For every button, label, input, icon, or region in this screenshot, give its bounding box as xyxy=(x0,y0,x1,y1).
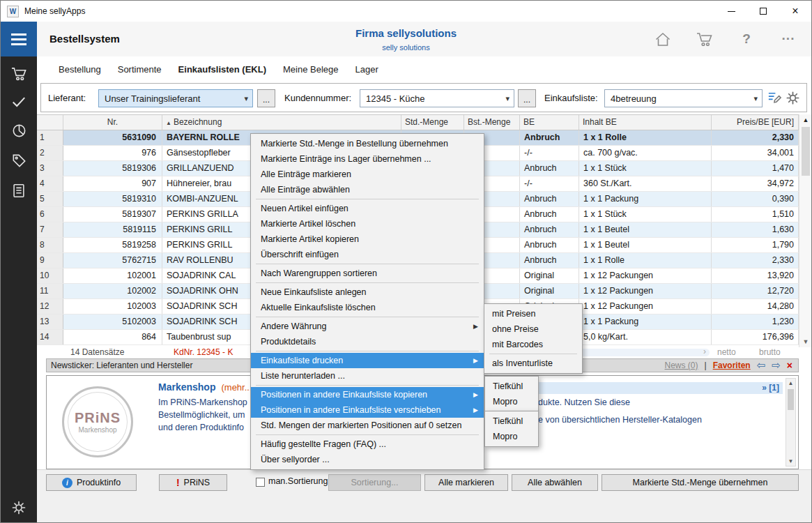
table-header: Nr. ▲Bezeichnung Std.-Menge Bst.-Menge B… xyxy=(37,114,799,130)
newsticker-title: Newsticker: Lieferanten und Hersteller xyxy=(51,361,192,370)
sidebar-checklist-icon[interactable] xyxy=(11,96,26,109)
sidebar-price-tag-icon[interactable] xyxy=(11,153,27,169)
submenu-item[interactable]: Mopro xyxy=(485,429,538,444)
context-menu-item[interactable]: Produktdetails ▶ xyxy=(251,334,484,349)
list-settings-gear-icon[interactable] xyxy=(785,90,801,106)
context-menu-item[interactable]: Neuen Artikel einfügen ▶ xyxy=(251,201,484,216)
tab[interactable]: Meine Belege xyxy=(283,64,339,75)
tab[interactable]: Lager xyxy=(355,64,378,75)
context-menu-item[interactable]: Markierte Artikel löschen ▶ xyxy=(251,216,484,232)
scroll-up-icon[interactable]: ▲ xyxy=(786,379,795,388)
window-title: Meine sellyApps xyxy=(24,6,85,16)
tab[interactable]: Bestellung xyxy=(59,64,101,75)
news-selected-row[interactable]: » [1] xyxy=(535,382,783,394)
scroll-down-icon[interactable]: ▼ xyxy=(786,457,795,466)
help-icon[interactable]: ? xyxy=(736,29,757,50)
context-menu-item[interactable]: Neue Einkaufsliste anlegen ▶ xyxy=(251,285,484,300)
minimize-button[interactable] xyxy=(715,1,747,22)
scroll-down-icon[interactable]: ▼ xyxy=(799,336,812,347)
context-menu-item[interactable]: Markierte Einträge ins Lager übernehmen … xyxy=(251,151,484,167)
submenu-item[interactable]: Tiefkühl xyxy=(485,414,538,429)
header-bezeichnung[interactable]: ▲Bezeichnung xyxy=(162,115,401,130)
cell-preis: 2,330 xyxy=(712,130,799,145)
cart-icon[interactable] xyxy=(694,29,715,50)
context-menu-item[interactable]: Aktuelle Einkaufsliste löschen ▶ xyxy=(251,300,484,315)
menu-item-label: Überschrift einfügen xyxy=(261,250,468,259)
tab[interactable]: Einkaufslisten (EKL) xyxy=(178,64,266,75)
news-scrollbar[interactable]: ▲ ▼ xyxy=(786,378,796,467)
header-preis[interactable]: Preis/BE [EUR] xyxy=(712,115,799,130)
header-std-menge[interactable]: Std.-Menge xyxy=(401,115,464,130)
context-menu-item[interactable]: Positionen in andere Einkaufsliste versc… xyxy=(251,402,484,418)
cell-preis: 12,720 xyxy=(712,284,799,298)
alle-markieren-button[interactable]: Alle markieren xyxy=(424,474,508,491)
prins-button[interactable]: ! PRiNS xyxy=(159,474,227,491)
man-sortierung-checkbox[interactable] xyxy=(256,478,265,487)
context-menu-item[interactable]: Nach Warengruppen sortieren ▶ xyxy=(251,266,484,281)
produktinfo-button[interactable]: i Produktinfo xyxy=(46,474,137,491)
favoriten-link[interactable]: Favoriten xyxy=(713,361,751,370)
context-menu-item[interactable]: Markierte Std.-Menge in Bestellung übern… xyxy=(251,136,484,151)
context-menu-item[interactable]: Häufig gestellte Fragen (FAQ) ... ▶ xyxy=(251,437,484,452)
netto-label[interactable]: netto xyxy=(717,347,736,357)
context-menu-item[interactable]: Positionen in andere Einkaufsliste kopie… xyxy=(251,387,484,402)
cell-preis: 1,790 xyxy=(712,238,799,252)
man-sortierung-label[interactable]: man.Sortierung xyxy=(268,476,328,486)
ticker-close-icon[interactable]: × xyxy=(787,361,792,370)
sidebar-catalog-icon[interactable] xyxy=(11,183,26,199)
table-scrollbar[interactable]: ▲ ▼ xyxy=(799,114,811,347)
menu-item-label: Std. Mengen der markierten Positionen au… xyxy=(261,420,468,430)
context-menu-item[interactable]: Überschrift einfügen ▶ xyxy=(251,247,484,262)
prev-arrow-icon[interactable]: ⇦ xyxy=(757,361,766,370)
context-menu-item[interactable]: Std. Mengen der markierten Positionen au… xyxy=(251,418,484,433)
uebernehmen-button[interactable]: Markierte Std.-Menge übernehmen xyxy=(602,474,799,491)
close-button[interactable]: × xyxy=(779,1,811,22)
header-be[interactable]: BE xyxy=(520,115,579,130)
home-icon[interactable] xyxy=(652,29,673,50)
context-menu-item[interactable]: Markierte Artikel kopieren ▶ xyxy=(251,232,484,247)
scrollbar-thumb[interactable] xyxy=(802,127,810,176)
maximize-button[interactable] xyxy=(747,1,779,22)
sidebar-cart-icon[interactable] xyxy=(10,66,28,82)
cell-preis: 1,630 xyxy=(712,222,799,237)
news-more-link[interactable]: (mehr... xyxy=(221,382,252,393)
more-menu-icon[interactable]: ··· xyxy=(778,29,799,50)
news-link[interactable]: News (0) xyxy=(665,361,698,370)
submenu-item[interactable]: Mopro xyxy=(485,394,538,409)
menu-item-label: mit Preisen xyxy=(492,309,576,319)
menu-item-label: Markierte Artikel kopieren xyxy=(261,234,468,244)
context-menu-item[interactable]: Liste herunterladen ... ▶ xyxy=(251,368,484,384)
brutto-label[interactable]: brutto xyxy=(759,347,781,357)
context-menu-item[interactable]: Alle Einträge abwählen ▶ xyxy=(251,182,484,197)
settings-gear-icon[interactable] xyxy=(1,499,37,516)
context-menu-item[interactable]: Andere Währung ▶ xyxy=(251,319,484,334)
context-menu-item[interactable]: Einkaufsliste drucken ▶ xyxy=(251,353,484,368)
edit-list-icon[interactable] xyxy=(767,90,781,105)
header-bst-menge[interactable]: Bst.-Menge xyxy=(464,115,520,130)
kundennummer-more-button[interactable]: ... xyxy=(518,89,536,107)
kundennummer-select[interactable]: 12345 - Küche ▾ xyxy=(360,89,514,107)
next-arrow-icon[interactable]: ⇨ xyxy=(772,361,781,370)
context-menu-item[interactable]: Alle Einträge markieren ▶ xyxy=(251,167,484,182)
submenu-item[interactable]: mit Barcodes xyxy=(484,337,582,352)
einkaufsliste-select[interactable]: 4betreuung ▾ xyxy=(604,89,763,107)
scroll-up-icon[interactable]: ▲ xyxy=(799,114,812,126)
menu-item-label: ohne Preise xyxy=(492,324,576,334)
app-header: Bestellsystem Firma sellysolutions selly… xyxy=(1,22,811,56)
submenu-item[interactable]: als Inventurliste xyxy=(484,356,582,371)
cell-preis: 1,230 xyxy=(712,314,799,329)
submenu-item[interactable]: mit Preisen xyxy=(484,306,582,321)
lieferant-more-button[interactable]: ... xyxy=(257,89,275,107)
context-menu-item[interactable]: Über sellyorder ... ▶ xyxy=(251,452,484,467)
scrollbar-thumb[interactable] xyxy=(788,389,794,410)
lieferant-value: Unser Trainingslieferant xyxy=(105,93,200,104)
alle-abwaehlen-button[interactable]: Alle abwählen xyxy=(512,474,598,491)
submenu-item[interactable]: ohne Preise xyxy=(484,321,582,337)
sidebar-statistics-icon[interactable] xyxy=(11,123,27,139)
submenu-item[interactable]: Tiefkühl xyxy=(485,379,538,394)
tab[interactable]: Sortimente xyxy=(118,64,162,75)
news-item-title[interactable]: Markenshop xyxy=(158,381,215,393)
header-nr[interactable]: Nr. xyxy=(63,115,162,130)
header-inhalt-be[interactable]: Inhalt BE xyxy=(579,115,712,130)
lieferant-select[interactable]: Unser Trainingslieferant ▾ xyxy=(98,89,253,107)
